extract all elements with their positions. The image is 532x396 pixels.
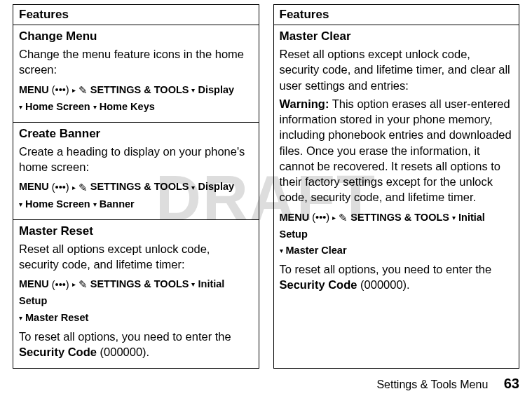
security-code-label: Security Code [19,346,97,358]
arrow-down-icon: ▾ [452,212,456,224]
section-change-menu: Change Menu Change the menu feature icon… [13,25,259,123]
section-title: Change Menu [19,29,253,43]
path-item: Master Clear [286,245,347,256]
section-title: Master Reset [19,224,253,238]
menu-key-icon: (•••) [52,277,69,293]
nav-path: MENU (•••) ▸ ✎ SETTINGS & TOOLS ▾ Displa… [19,179,253,212]
section-body: Change the menu feature icons in the hom… [19,46,253,78]
path-menu: MENU [19,84,49,95]
path-item: Home Keys [100,101,155,112]
text: (000000). [357,278,409,291]
settings-tools-icon: ✎ [79,82,88,99]
path-tools: SETTINGS & TOOLS [90,84,189,95]
path-menu: MENU [19,181,49,192]
section-body: To reset all options, you need to enter … [280,261,514,293]
warning-text: Warning: This option erases all user-ent… [280,96,514,205]
path-item: Home Screen [25,101,90,112]
arrow-down-icon: ▾ [19,199,22,210]
section-master-reset: Master Reset Reset all options except un… [13,220,259,369]
section-body: Reset all options except unlock code, se… [280,46,514,93]
text: To reset all options, you need to enter … [280,263,492,275]
settings-tools-icon: ✎ [339,210,348,226]
arrow-down-icon: ▾ [19,313,22,324]
section-body: Reset all options except unlock code, se… [19,241,253,273]
path-item: Display [198,181,235,192]
nav-path: MENU (•••) ▸ ✎ SETTINGS & TOOLS ▾ Initia… [19,276,253,326]
path-item: Banner [100,198,135,210]
arrow-down-icon: ▾ [191,279,195,290]
arrow-down-icon: ▾ [191,85,195,96]
path-item: Home Screen [25,198,90,210]
arrow-down-icon: ▾ [280,245,283,257]
page-footer: Settings & Tools Menu 63 [376,376,519,392]
warning-label: Warning: [280,97,329,110]
section-create-banner: Create Banner Create a heading to displa… [13,123,259,220]
nav-path: MENU (•••) ▸ ✎ SETTINGS & TOOLS ▾ Initia… [280,210,514,259]
right-column: Features Master Clear Reset all options … [273,4,520,369]
settings-tools-icon: ✎ [79,179,88,196]
arrow-right-icon: ▸ [72,85,76,96]
left-header: Features [13,5,259,25]
section-body: To reset all options, you need to enter … [19,329,253,360]
section-title: Create Banner [19,127,253,141]
settings-tools-icon: ✎ [79,276,88,293]
path-item: Display [198,84,235,95]
arrow-down-icon: ▾ [191,182,195,193]
path-menu: MENU [19,278,49,289]
arrow-down-icon: ▾ [93,199,97,210]
arrow-right-icon: ▸ [72,279,76,290]
warning-body: This option erases all user-entered info… [280,97,512,204]
arrow-down-icon: ▾ [19,102,22,113]
footer-text: Settings & Tools Menu [376,378,488,390]
section-title: Master Clear [280,29,514,43]
right-header: Features [274,5,519,25]
path-item: Master Reset [25,312,88,323]
page-number: 63 [504,376,519,391]
arrow-right-icon: ▸ [332,212,336,224]
text: To reset all options, you need to enter … [19,330,231,343]
arrow-down-icon: ▾ [93,102,97,113]
path-tools: SETTINGS & TOOLS [90,181,189,192]
path-tools: SETTINGS & TOOLS [350,212,449,223]
nav-path: MENU (•••) ▸ ✎ SETTINGS & TOOLS ▾ Displa… [19,82,253,115]
section-body: Create a heading to display on your phon… [19,144,253,175]
menu-key-icon: (•••) [312,210,329,226]
arrow-right-icon: ▸ [72,182,76,193]
path-tools: SETTINGS & TOOLS [90,278,189,289]
left-column: Features Change Menu Change the menu fea… [13,4,259,369]
text: (000000). [97,346,149,358]
path-menu: MENU [280,212,310,223]
menu-key-icon: (•••) [52,82,69,98]
section-master-clear: Master Clear Reset all options except un… [274,25,519,301]
menu-key-icon: (•••) [52,179,69,196]
security-code-label: Security Code [280,278,357,291]
